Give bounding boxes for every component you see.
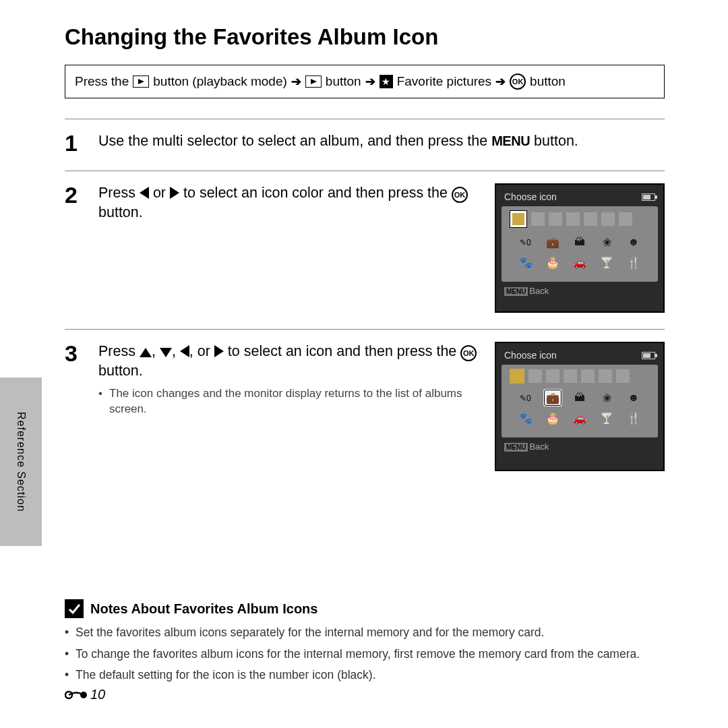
lcd-choose-icon: Choose icon ✎01 💼 xyxy=(495,342,665,471)
star-icon: ★ xyxy=(380,75,393,88)
nav-text: button (playback mode) xyxy=(153,74,287,89)
step-3-bullet: The icon changes and the monitor display… xyxy=(98,386,479,417)
step-2-text: Press or to select an icon color and the… xyxy=(98,183,479,222)
step-number: 2 xyxy=(65,183,88,313)
lcd-footer: MENUBack xyxy=(500,283,659,296)
up-arrow-icon xyxy=(140,348,152,357)
notes-list: Set the favorites album icons separately… xyxy=(65,625,665,684)
color-swatch[interactable] xyxy=(564,369,577,383)
lcd-title: Choose icon xyxy=(504,350,557,361)
color-swatch[interactable] xyxy=(549,212,562,226)
back-label: Back xyxy=(529,286,549,296)
nav-text: button xyxy=(530,74,566,89)
left-arrow-icon xyxy=(140,187,149,199)
car-icon[interactable]: 🚗 xyxy=(572,411,588,425)
lcd-choose-color: Choose icon ✎01 💼 xyxy=(495,183,665,313)
mountain-icon[interactable]: 🏔 xyxy=(572,235,588,249)
color-swatch[interactable] xyxy=(528,369,542,383)
separator xyxy=(65,171,665,171)
side-tab-label: Reference Section xyxy=(15,412,27,512)
flower-icon[interactable]: ❀ xyxy=(599,390,615,405)
icon-row-1: ✎01 💼 🏔 ❀ ☻ xyxy=(507,235,653,249)
note-item: To change the favorites album icons for … xyxy=(65,646,665,663)
nav-text: Press the xyxy=(75,74,129,89)
color-swatch[interactable] xyxy=(531,212,545,226)
lcd-footer: MENUBack xyxy=(500,439,659,452)
icon-row-2: 🐾 🎂 🚗 🍸 🍴 xyxy=(507,255,653,270)
notes-heading: Notes About Favorites Album Icons xyxy=(90,601,317,617)
page-content: Changing the Favorites Album Icon Press … xyxy=(65,24,665,689)
playback-icon xyxy=(133,75,149,88)
svg-marker-0 xyxy=(138,79,144,84)
lcd-title-bar: Choose icon xyxy=(500,189,659,205)
svg-point-5 xyxy=(80,692,87,698)
lcd-title-bar: Choose icon xyxy=(500,347,659,363)
menu-label: MENU xyxy=(491,133,530,148)
number-icon[interactable]: ✎01 xyxy=(518,390,534,405)
face-icon[interactable]: ☻ xyxy=(626,390,642,405)
briefcase-icon[interactable]: 💼 xyxy=(545,235,561,249)
battery-icon xyxy=(642,352,655,359)
down-arrow-icon xyxy=(160,348,172,357)
right-arrow-icon xyxy=(170,187,179,199)
cake-icon[interactable]: 🎂 xyxy=(545,255,561,270)
step-1-text: Use the multi selector to select an albu… xyxy=(98,131,665,151)
step-number: 1 xyxy=(65,131,88,154)
color-swatch[interactable] xyxy=(581,369,595,383)
color-swatch-selected[interactable] xyxy=(510,210,527,228)
nav-text: Favorite pictures xyxy=(397,74,491,89)
arrow-right-icon: ➔ xyxy=(495,74,506,89)
cat-icon[interactable]: 🐾 xyxy=(518,411,534,425)
color-swatch[interactable] xyxy=(546,369,559,383)
flower-icon[interactable]: ❀ xyxy=(599,235,615,249)
color-swatch[interactable] xyxy=(601,212,615,226)
cat-icon[interactable]: 🐾 xyxy=(518,255,534,270)
face-icon[interactable]: ☻ xyxy=(626,235,642,249)
number-icon[interactable]: ✎01 xyxy=(518,235,534,249)
back-label: Back xyxy=(529,442,549,452)
glass-icon[interactable]: 🍸 xyxy=(599,255,615,270)
step-1: 1 Use the multi selector to select an al… xyxy=(65,129,665,161)
menu-chip: MENU xyxy=(504,443,528,452)
color-swatch[interactable] xyxy=(616,369,630,383)
svg-marker-1 xyxy=(311,79,317,84)
right-arrow-icon xyxy=(214,345,224,357)
mountain-icon[interactable]: 🏔 xyxy=(572,390,588,405)
color-swatch[interactable] xyxy=(619,212,632,226)
notes-header: Notes About Favorites Album Icons xyxy=(65,599,665,618)
side-tab: Reference Section xyxy=(0,377,42,546)
glass-icon[interactable]: 🍸 xyxy=(599,411,615,425)
check-icon xyxy=(65,599,84,618)
playback-icon xyxy=(305,75,322,88)
left-arrow-icon xyxy=(180,345,189,357)
step-3: 3 Press , , , or to select an icon and t… xyxy=(65,339,665,478)
separator xyxy=(65,119,665,119)
color-swatch[interactable] xyxy=(510,369,524,384)
ok-button-icon: OK xyxy=(510,73,526,90)
cake-icon[interactable]: 🎂 xyxy=(545,411,561,425)
separator xyxy=(65,329,665,330)
color-swatch-row xyxy=(507,210,653,228)
step-number: 3 xyxy=(65,342,88,471)
arrow-right-icon: ➔ xyxy=(365,74,375,89)
icon-row-2: 🐾 🎂 🚗 🍸 🍴 xyxy=(507,411,653,425)
lcd-title: Choose icon xyxy=(504,191,557,202)
color-swatch[interactable] xyxy=(566,212,580,226)
notes-section: Notes About Favorites Album Icons Set th… xyxy=(65,599,665,684)
step-2: 2 Press or to select an icon color and t… xyxy=(65,181,665,320)
note-item: The default setting for the icon is the … xyxy=(65,667,665,684)
color-swatch[interactable] xyxy=(599,369,612,383)
battery-icon xyxy=(642,193,655,201)
cutlery-icon[interactable]: 🍴 xyxy=(626,255,642,270)
briefcase-icon-selected[interactable]: 💼 xyxy=(545,390,561,405)
cutlery-icon[interactable]: 🍴 xyxy=(626,411,642,425)
page-icon xyxy=(65,689,88,701)
page-title: Changing the Favorites Album Icon xyxy=(65,24,665,50)
svg-text:✎01: ✎01 xyxy=(520,238,532,247)
svg-text:✎01: ✎01 xyxy=(520,394,532,403)
note-item: Set the favorites album icons separately… xyxy=(65,625,665,641)
page-number: 10 xyxy=(65,687,105,702)
color-swatch[interactable] xyxy=(584,212,597,226)
car-icon[interactable]: 🚗 xyxy=(572,255,588,270)
menu-chip: MENU xyxy=(504,287,528,296)
